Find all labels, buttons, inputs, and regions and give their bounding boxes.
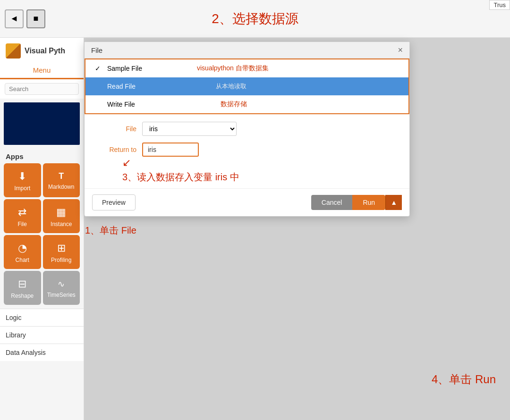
cancel-button[interactable]: Cancel [311, 195, 353, 210]
write-file-desc: 数据存储 [221, 100, 247, 109]
dropdown-item-read[interactable]: Read File 从本地读取 [85, 77, 408, 95]
file-select[interactable]: iris [142, 122, 237, 136]
search-bar [0, 79, 84, 99]
search-input[interactable] [5, 83, 79, 95]
dropdown-menu: ✓ Sample File visualpython 自带数据集 Read Fi… [85, 59, 409, 114]
app-instance-label: Instance [51, 221, 72, 227]
return-field-label: Return to [94, 146, 136, 153]
app-chart-label: Chart [16, 257, 29, 263]
dialog-title: File [91, 46, 102, 54]
menu-tab[interactable]: Menu [0, 62, 84, 79]
app-timeseries[interactable]: ∿ TimeSeries [43, 271, 80, 305]
return-input[interactable] [142, 143, 199, 157]
app-instance[interactable]: ▦ Instance [43, 199, 80, 233]
nav-logic[interactable]: Logic [0, 309, 84, 326]
app-reshape[interactable]: ⊟ Reshape [4, 271, 41, 305]
form-row-file: File iris [94, 122, 400, 136]
app-import-label: Import [14, 185, 30, 192]
sidebar: Visual Pyth Menu Apps ⬇ Import T Markdow… [0, 38, 84, 420]
app-timeseries-label: TimeSeries [47, 292, 76, 298]
app-chart[interactable]: ◔ Chart [4, 235, 41, 269]
dialog-body: File iris Return to [85, 114, 409, 171]
main-layout: Visual Pyth Menu Apps ⬇ Import T Markdow… [0, 38, 510, 420]
annotation-1: 1、单击 File [85, 224, 136, 237]
app-profiling[interactable]: ⊞ Profiling [43, 235, 80, 269]
dialog-footer: Preview Cancel Run ▲ [85, 188, 409, 216]
annotation-arrow-3: ↙ [122, 157, 131, 169]
preview-button[interactable]: Preview [92, 194, 136, 210]
vp-logo-icon [6, 43, 21, 59]
apps-grid: ⬇ Import T Markdown ⇄ File ▦ Instance ◔ … [0, 163, 84, 309]
app-file[interactable]: ⇄ File [4, 199, 41, 233]
markdown-icon: T [59, 171, 64, 181]
dialog-overlay: File × ✓ Sample File visualpython 自带数据集 … [84, 38, 510, 420]
annotation-4: 4、单击 Run [432, 372, 496, 387]
back-button[interactable]: ◄ [5, 9, 24, 28]
run-button[interactable]: Run [352, 195, 385, 210]
file-field-label: File [94, 125, 136, 133]
app-reshape-label: Reshape [11, 293, 34, 299]
app-markdown-label: Markdown [48, 184, 74, 190]
file-dialog: File × ✓ Sample File visualpython 自带数据集 … [84, 42, 410, 217]
reshape-icon: ⊟ [18, 278, 26, 290]
sample-file-desc: visualpython 自带数据集 [197, 64, 269, 73]
vp-title: Visual Pyth [25, 47, 65, 55]
notebook-preview [4, 102, 80, 145]
nav-data-analysis[interactable]: Data Analysis [0, 344, 84, 361]
trust-badge: Trus [489, 0, 510, 10]
sample-file-label: Sample File [107, 65, 164, 72]
file-icon: ⇄ [18, 206, 26, 218]
chart-icon: ◔ [18, 242, 27, 254]
form-row-return: Return to [94, 143, 400, 157]
dialog-close-button[interactable]: × [398, 46, 403, 54]
app-profiling-label: Profiling [51, 257, 71, 263]
read-file-desc: 从本地读取 [216, 82, 246, 91]
top-bar: ◄ ■ 2、选择数据源 Trus [0, 0, 510, 38]
nav-library[interactable]: Library [0, 326, 84, 344]
annotation-3-area: ↙ 3、读入数据存入变量 iris 中 [85, 171, 409, 188]
read-file-label: Read File [107, 83, 164, 90]
import-icon: ⬇ [18, 170, 26, 183]
content-area: 1、单击 File File × ✓ Sample File visualpyt… [84, 38, 510, 420]
app-file-label: File [18, 221, 27, 227]
vp-header: Visual Pyth [0, 38, 84, 62]
profiling-icon: ⊞ [57, 242, 66, 254]
dialog-header: File × [85, 42, 409, 59]
app-import[interactable]: ⬇ Import [4, 163, 41, 197]
write-file-label: Write File [107, 101, 164, 108]
timeseries-icon: ∿ [58, 279, 65, 289]
apps-title: Apps [0, 149, 84, 163]
annotation-3: 3、读入数据存入变量 iris 中 [122, 171, 400, 184]
dropdown-item-write[interactable]: Write File 数据存储 [85, 95, 408, 113]
app-markdown[interactable]: T Markdown [43, 163, 80, 197]
instance-icon: ▦ [56, 206, 66, 218]
stop-button[interactable]: ■ [26, 9, 45, 28]
action-buttons: Cancel Run ▲ [311, 195, 402, 210]
toolbar: ◄ ■ [5, 9, 45, 28]
page-title: 2、选择数据源 [212, 10, 298, 28]
dropdown-item-sample[interactable]: ✓ Sample File visualpython 自带数据集 [85, 59, 408, 77]
check-icon: ✓ [95, 65, 102, 72]
run-dropdown-button[interactable]: ▲ [385, 195, 402, 210]
